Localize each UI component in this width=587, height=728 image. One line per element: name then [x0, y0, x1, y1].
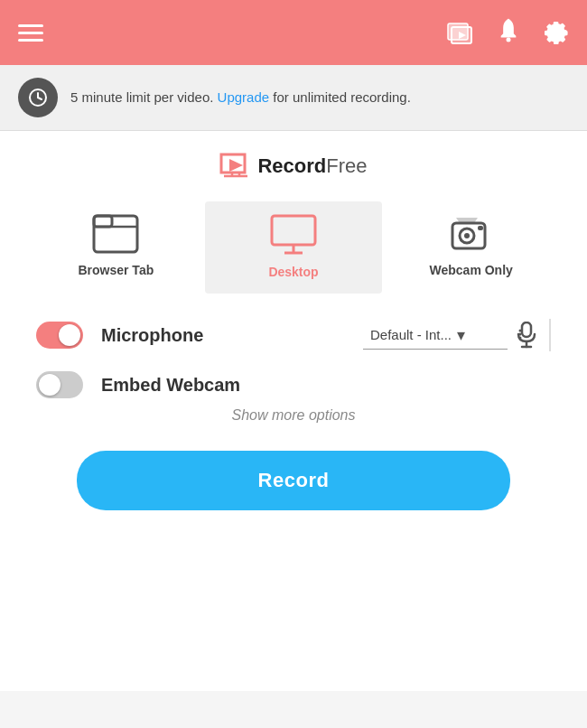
microphone-toggle-thumb: [59, 324, 80, 346]
embed-webcam-toggle-thumb: [39, 374, 61, 396]
logo-text: RecordFree: [257, 154, 367, 178]
svg-line-6: [38, 98, 42, 99]
record-button[interactable]: Record: [77, 451, 510, 510]
recording-mode-tabs: Browser Tab Desktop: [27, 201, 560, 294]
tab-webcam-only[interactable]: Webcam Only: [382, 201, 560, 294]
microphone-toggle[interactable]: [36, 322, 83, 349]
embed-webcam-label: Embed Webcam: [101, 375, 264, 396]
header-icons: [443, 16, 569, 49]
tab-desktop[interactable]: Desktop: [205, 201, 383, 294]
notification-bell-icon[interactable]: [495, 17, 522, 48]
svg-point-26: [519, 333, 522, 336]
mic-divider: [549, 319, 551, 351]
show-more-label: Show more options: [232, 407, 356, 423]
microphone-level-icon[interactable]: [517, 322, 536, 349]
embed-webcam-control-row: Embed Webcam: [36, 371, 551, 398]
svg-rect-12: [94, 216, 137, 252]
hamburger-line-1: [18, 24, 43, 27]
logo-free: Free: [326, 154, 367, 177]
banner-message: 5 minute limit per video. Upgrade for un…: [70, 88, 411, 108]
hamburger-menu-button[interactable]: [18, 24, 43, 42]
hamburger-line-3: [18, 39, 43, 42]
svg-point-3: [507, 38, 511, 42]
upgrade-link[interactable]: Upgrade: [218, 89, 270, 105]
video-library-icon[interactable]: [443, 16, 475, 49]
svg-point-27: [519, 330, 522, 332]
hamburger-line-2: [18, 32, 43, 34]
embed-webcam-toggle[interactable]: [36, 371, 83, 398]
logo-icon: [219, 153, 252, 180]
svg-point-25: [519, 337, 522, 340]
dropdown-arrow-icon: ▾: [457, 325, 465, 345]
svg-point-21: [464, 233, 470, 238]
tab-webcam-label: Webcam Only: [430, 263, 513, 277]
main-content: RecordFree Browser Tab Desktop: [0, 131, 587, 691]
svg-rect-22: [522, 322, 531, 337]
microphone-control-row: Microphone Default - Int... ▾: [36, 319, 551, 351]
banner-text-part1: 5 minute limit per video.: [70, 89, 218, 105]
banner-text-part2: for unlimited recording.: [269, 89, 411, 105]
app-header: [0, 0, 587, 65]
logo-record: Record: [257, 154, 326, 177]
svg-marker-8: [229, 159, 243, 172]
settings-gear-icon[interactable]: [542, 17, 569, 48]
tab-browser-label: Browser Tab: [78, 263, 154, 277]
clock-icon: [18, 78, 58, 117]
upgrade-banner: 5 minute limit per video. Upgrade for un…: [0, 65, 587, 131]
recording-controls: Microphone Default - Int... ▾: [27, 319, 560, 398]
microphone-dropdown-value: Default - Int...: [370, 327, 452, 342]
svg-rect-20: [478, 226, 483, 230]
svg-rect-13: [94, 216, 112, 227]
show-more-options[interactable]: Show more options: [27, 398, 560, 442]
tab-desktop-label: Desktop: [268, 265, 318, 279]
svg-rect-15: [272, 216, 315, 245]
microphone-label: Microphone: [101, 325, 264, 346]
app-logo: RecordFree: [27, 153, 560, 180]
tab-browser-tab[interactable]: Browser Tab: [27, 201, 205, 294]
microphone-dropdown-wrap: Default - Int... ▾: [363, 319, 551, 351]
microphone-dropdown[interactable]: Default - Int... ▾: [363, 322, 508, 350]
